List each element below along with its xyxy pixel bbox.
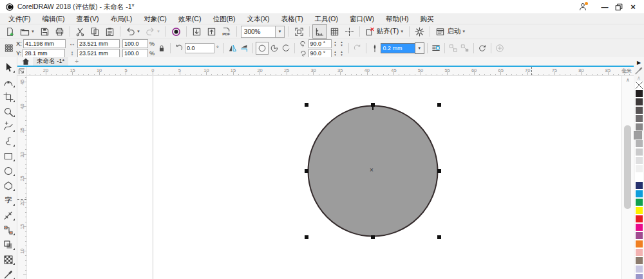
selection-handle[interactable]	[437, 103, 441, 107]
copy-button[interactable]	[88, 24, 102, 39]
show-rulers-button[interactable]	[312, 24, 327, 39]
scroll-up-arrow[interactable]: ∧	[622, 77, 634, 83]
palette-eyedropper-icon[interactable]	[634, 66, 643, 75]
mirror-horizontal-button[interactable]	[227, 42, 238, 54]
x-position-field[interactable]	[23, 39, 66, 48]
color-swatch-3d393a[interactable]	[635, 98, 643, 106]
menu-item-1[interactable]: 文件(F)	[3, 14, 36, 24]
end-angle-spinner[interactable]: ▴▾	[333, 50, 338, 57]
menu-item-5[interactable]: 对象(C)	[138, 14, 173, 24]
wrap-text-button[interactable]	[430, 42, 442, 54]
eyedropper-tool[interactable]	[1, 267, 15, 279]
start-angle-spinner[interactable]: ▴▾	[333, 40, 338, 47]
color-swatch-cacacb[interactable]	[635, 148, 643, 156]
menu-item-13[interactable]: 购买	[415, 14, 440, 24]
open-folder-button[interactable]: ▼	[17, 24, 37, 39]
crop-tool[interactable]	[1, 89, 15, 104]
color-swatch-9e9e9f[interactable]	[634, 131, 642, 140]
pie-mode-button[interactable]	[269, 42, 280, 54]
selection-handle[interactable]	[437, 235, 441, 239]
color-swatch-ffffff[interactable]	[635, 173, 643, 181]
menu-item-6[interactable]: 效果(C)	[173, 14, 207, 24]
new-tab-button[interactable]: +	[71, 58, 82, 65]
color-swatch-10a04f[interactable]	[635, 198, 643, 206]
scrollbar-thumb[interactable]	[624, 125, 631, 209]
import-button[interactable]	[189, 24, 204, 39]
color-swatch-9a96ca[interactable]	[635, 273, 643, 279]
ellipse-mode-button[interactable]	[256, 42, 269, 55]
object-width-field[interactable]	[77, 39, 120, 48]
cut-button[interactable]	[73, 24, 88, 39]
color-swatch-ea0b8c[interactable]	[635, 223, 643, 231]
paste-button[interactable]	[102, 24, 117, 39]
fullscreen-preview-button[interactable]	[292, 24, 307, 39]
mirror-vertical-button[interactable]	[238, 42, 250, 54]
show-guidelines-button[interactable]	[342, 24, 357, 39]
selection-handle[interactable]	[371, 235, 375, 239]
color-swatch-f2b2b1[interactable]	[635, 248, 643, 256]
save-button[interactable]	[37, 24, 52, 39]
publish-pdf-button[interactable]: PDF	[219, 24, 234, 39]
selection-handle[interactable]	[305, 235, 308, 239]
y-position-field[interactable]	[23, 49, 65, 58]
rotation-angle-field[interactable]	[185, 43, 214, 53]
chevron-down-icon[interactable]: ▼	[400, 30, 404, 33]
menu-item-8[interactable]: 文本(X)	[241, 14, 275, 24]
color-swatch-f07f21[interactable]	[635, 240, 643, 248]
restore-button[interactable]	[612, 2, 626, 12]
color-swatch-b4b4b5[interactable]	[635, 140, 643, 148]
pick-tool[interactable]	[1, 60, 15, 75]
color-swatch-6f6c6d[interactable]	[635, 114, 643, 123]
object-height-field[interactable]	[77, 49, 120, 58]
palette-scroll-up-icon[interactable]: ∧	[637, 75, 641, 81]
connector-tool[interactable]	[1, 222, 15, 237]
text-tool[interactable]: 字	[1, 193, 15, 208]
color-swatch-575354[interactable]	[635, 106, 643, 114]
color-swatch-0d9ddb[interactable]	[635, 190, 643, 198]
snap-button[interactable]: 贴齐(T)▼	[363, 24, 406, 39]
shape-tool[interactable]	[1, 75, 15, 89]
scale-y-field[interactable]	[122, 49, 148, 58]
horizontal-ruler[interactable]: 毫米 2015105051015202530354045505560657075…	[27, 67, 634, 75]
color-swatch-efefef[interactable]	[635, 165, 643, 173]
menu-item-7[interactable]: 位图(B)	[207, 14, 241, 24]
launcher-button[interactable]: 启动▼	[433, 24, 468, 39]
no-color-swatch[interactable]	[635, 81, 643, 89]
scale-x-field[interactable]	[122, 39, 148, 48]
search-content-button[interactable]	[169, 24, 184, 39]
transparency-tool[interactable]	[1, 252, 15, 267]
vertical-ruler[interactable]: 4540353025201510	[17, 76, 27, 279]
bspline-tool[interactable]	[1, 134, 15, 148]
zoom-tool[interactable]	[1, 104, 15, 119]
rectangle-tool[interactable]	[1, 148, 15, 163]
color-swatch-8b7b6d[interactable]	[635, 256, 643, 265]
lock-ratio-button[interactable]	[156, 42, 167, 54]
menu-item-11[interactable]: 窗口(W)	[344, 14, 380, 24]
chevron-down-icon[interactable]: ▼	[156, 30, 160, 33]
print-button[interactable]	[52, 24, 67, 39]
show-grid-button[interactable]	[327, 24, 342, 39]
end-angle-field[interactable]	[308, 49, 332, 58]
undo-button[interactable]: ▼	[123, 24, 143, 39]
export-button[interactable]	[204, 24, 219, 39]
zoom-level-select[interactable]: 300%▼	[241, 26, 285, 38]
chevron-down-icon[interactable]: ▼	[462, 30, 466, 33]
convert-to-curves-button[interactable]	[477, 42, 488, 54]
menu-item-9[interactable]: 表格(T)	[275, 14, 308, 24]
selection-handle[interactable]	[371, 103, 375, 107]
home-icon[interactable]	[21, 57, 30, 66]
chevron-down-icon[interactable]: ▼	[275, 26, 284, 37]
color-swatch-ea1c25[interactable]	[635, 215, 643, 223]
color-swatch-fdf200[interactable]	[635, 206, 643, 215]
color-swatch-a04b90[interactable]	[635, 231, 643, 240]
color-swatch-c8c6e1[interactable]	[635, 265, 643, 273]
menu-item-2[interactable]: 编辑(E)	[36, 14, 70, 24]
color-swatch-dfdfe0[interactable]	[635, 156, 643, 165]
freehand-tool[interactable]	[1, 119, 15, 134]
options-gear-button[interactable]	[412, 24, 427, 39]
new-document-button[interactable]	[3, 24, 17, 39]
vertical-scrollbar[interactable]: ∧	[621, 76, 634, 279]
menu-item-3[interactable]: 查看(V)	[70, 14, 104, 24]
color-swatch-25316d[interactable]	[635, 181, 643, 190]
outline-width-field[interactable]: 0.2 mm	[381, 43, 415, 53]
